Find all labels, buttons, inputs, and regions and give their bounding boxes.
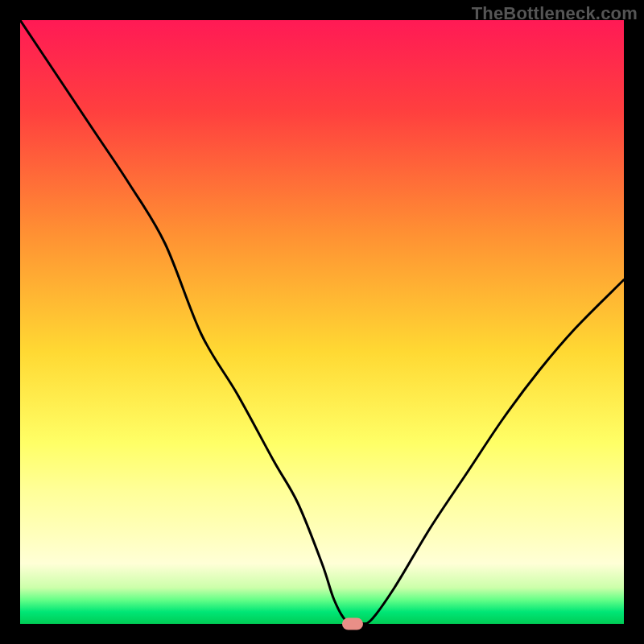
plot-area [20, 20, 624, 624]
chart-container: TheBottleneck.com [0, 0, 644, 644]
